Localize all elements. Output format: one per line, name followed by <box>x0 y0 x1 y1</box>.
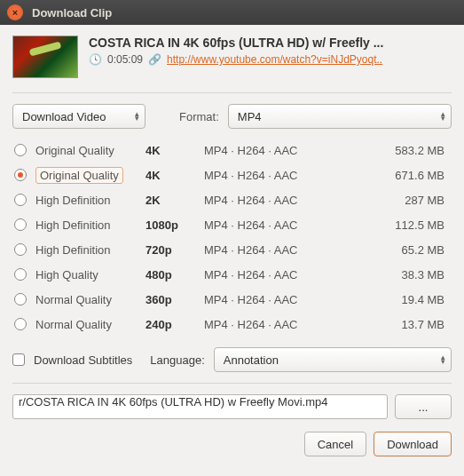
quality-label: High Definition <box>35 243 145 257</box>
browse-button[interactable]: ... <box>395 394 452 419</box>
radio-icon[interactable] <box>14 194 27 206</box>
quality-label: Original Quality <box>35 144 145 157</box>
link-icon: 🔗 <box>148 53 161 66</box>
quality-label: High Definition <box>35 194 145 207</box>
quality-label: Normal Quality <box>35 318 145 331</box>
radio-icon[interactable] <box>14 268 27 281</box>
quality-label: High Quality <box>35 268 145 282</box>
video-header: COSTA RICA IN 4K 60fps (ULTRA HD) w/ Fre… <box>12 36 452 78</box>
resolution: 720p <box>145 243 204 257</box>
output-path-value: r/COSTA RICA IN 4K 60fps (ULTRA HD) w Fr… <box>19 395 327 409</box>
resolution: 480p <box>145 268 204 282</box>
quality-option[interactable]: High Definition 720p MP4 · H264 · AAC 65… <box>12 237 452 262</box>
chevron-updown-icon: ▴▾ <box>441 355 445 364</box>
resolution: 240p <box>145 318 204 331</box>
window-title: Download Clip <box>32 6 112 20</box>
radio-icon[interactable] <box>14 144 27 156</box>
download-mode-select[interactable]: Download Video ▴▾ <box>12 104 145 129</box>
filesize: 671.6 MB <box>353 169 450 182</box>
radio-icon[interactable] <box>14 218 27 231</box>
separator <box>12 383 452 384</box>
quality-option[interactable]: High Definition 1080p MP4 · H264 · AAC 1… <box>12 212 452 237</box>
cancel-button[interactable]: Cancel <box>304 432 366 456</box>
codec: MP4 · H264 · AAC <box>204 144 353 157</box>
resolution: 360p <box>145 293 204 306</box>
titlebar: × Download Clip <box>0 0 464 25</box>
video-thumbnail <box>12 36 78 78</box>
close-icon[interactable]: × <box>7 4 23 20</box>
chevron-updown-icon: ▴▾ <box>441 112 445 121</box>
filesize: 13.7 MB <box>353 318 450 331</box>
quality-option[interactable]: Original Quality 4K MP4 · H264 · AAC 671… <box>12 163 452 187</box>
download-mode-value: Download Video <box>22 110 106 123</box>
codec: MP4 · H264 · AAC <box>204 194 353 207</box>
subtitles-checkbox[interactable] <box>12 353 25 366</box>
codec: MP4 · H264 · AAC <box>204 218 353 232</box>
filesize: 583.2 MB <box>353 144 450 157</box>
codec: MP4 · H264 · AAC <box>204 293 353 306</box>
resolution: 4K <box>145 144 204 157</box>
radio-icon[interactable] <box>14 169 27 181</box>
subtitles-label: Download Subtitles <box>34 353 132 367</box>
resolution: 1080p <box>145 218 204 232</box>
video-url[interactable]: http://www.youtube.com/watch?v=iNJdPyoqt… <box>167 53 382 66</box>
radio-icon[interactable] <box>14 243 27 256</box>
filesize: 38.3 MB <box>353 268 450 282</box>
clock-icon: 🕓 <box>89 53 102 66</box>
quality-label: Original Quality <box>35 167 123 184</box>
codec: MP4 · H264 · AAC <box>204 243 353 257</box>
quality-option[interactable]: Normal Quality 240p MP4 · H264 · AAC 13.… <box>12 312 452 337</box>
quality-option[interactable]: High Quality 480p MP4 · H264 · AAC 38.3 … <box>12 262 452 287</box>
video-duration: 0:05:09 <box>107 53 143 66</box>
output-path-input[interactable]: r/COSTA RICA IN 4K 60fps (ULTRA HD) w Fr… <box>12 394 388 419</box>
download-button[interactable]: Download <box>374 432 452 456</box>
resolution: 4K <box>145 169 204 182</box>
codec: MP4 · H264 · AAC <box>204 268 353 282</box>
filesize: 65.2 MB <box>353 243 450 257</box>
language-label: Language: <box>150 353 204 367</box>
format-select[interactable]: MP4 ▴▾ <box>228 104 452 129</box>
filesize: 112.5 MB <box>353 218 450 232</box>
format-value: MP4 <box>238 110 262 123</box>
video-title: COSTA RICA IN 4K 60fps (ULTRA HD) w/ Fre… <box>89 36 452 50</box>
radio-icon[interactable] <box>14 293 27 305</box>
resolution: 2K <box>145 194 204 207</box>
quality-options: Original Quality 4K MP4 · H264 · AAC 583… <box>12 138 452 337</box>
quality-option[interactable]: Normal Quality 360p MP4 · H264 · AAC 19.… <box>12 287 452 312</box>
separator <box>12 92 452 93</box>
quality-label: Normal Quality <box>35 293 145 306</box>
filesize: 19.4 MB <box>353 293 450 306</box>
chevron-updown-icon: ▴▾ <box>135 112 139 121</box>
radio-icon[interactable] <box>14 318 27 330</box>
quality-option[interactable]: High Definition 2K MP4 · H264 · AAC 287 … <box>12 187 452 212</box>
language-value: Annotation <box>224 353 279 367</box>
filesize: 287 MB <box>353 194 450 207</box>
format-label: Format: <box>179 110 219 123</box>
codec: MP4 · H264 · AAC <box>204 169 353 182</box>
quality-label: High Definition <box>35 218 145 232</box>
quality-option[interactable]: Original Quality 4K MP4 · H264 · AAC 583… <box>12 138 452 163</box>
language-select[interactable]: Annotation ▴▾ <box>214 347 452 372</box>
codec: MP4 · H264 · AAC <box>204 318 353 331</box>
